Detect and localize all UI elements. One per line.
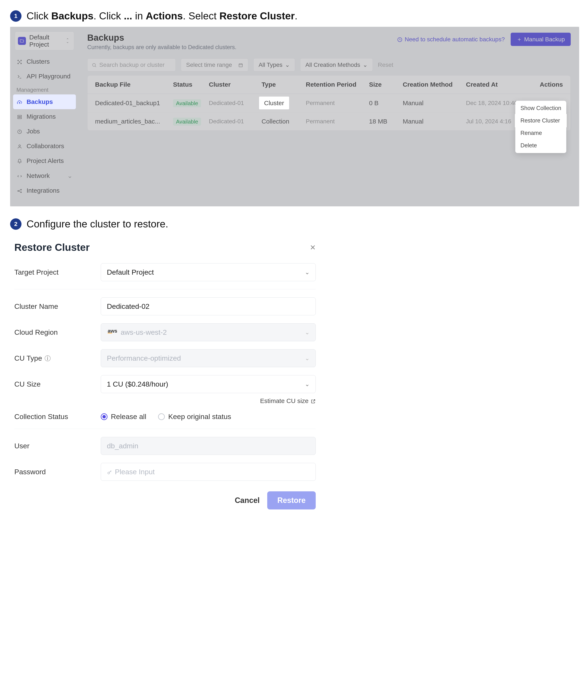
label-target-project: Target Project bbox=[14, 268, 94, 276]
folder-icon bbox=[18, 37, 26, 45]
dialog-title: Restore Cluster bbox=[14, 242, 90, 253]
chevron-down-icon: ⌄ bbox=[67, 172, 72, 179]
sidebar-item-api-playground[interactable]: API Playground bbox=[10, 69, 79, 84]
sidebar-item-jobs[interactable]: Jobs bbox=[10, 124, 79, 139]
label-collection-status: Collection Status bbox=[14, 412, 94, 421]
password-input[interactable]: Please Input bbox=[101, 463, 316, 481]
step-1-text: Click Backups. Click ... in Actions. Sel… bbox=[27, 10, 298, 22]
sidebar-item-backups[interactable]: Backups bbox=[13, 94, 76, 109]
divider bbox=[14, 429, 316, 429]
step-2-header: 2 Configure the cluster to restore. bbox=[10, 218, 578, 230]
clock-icon bbox=[16, 128, 23, 135]
backups-main: Need to schedule automatic backups? ＋ Ma… bbox=[79, 27, 579, 206]
sidebar-item-migrations[interactable]: Migrations bbox=[10, 109, 79, 124]
status-badge: Available bbox=[173, 99, 201, 107]
sidebar-item-project-alerts[interactable]: Project Alerts bbox=[10, 153, 79, 168]
user-icon bbox=[16, 142, 23, 150]
step-2-text: Configure the cluster to restore. bbox=[27, 218, 168, 230]
chevron-down-icon: ⌄ bbox=[305, 269, 310, 276]
schedule-backups-link[interactable]: Need to schedule automatic backups? bbox=[397, 36, 505, 43]
svg-point-4 bbox=[19, 62, 20, 62]
updown-icon: ⌃⌄ bbox=[66, 39, 71, 43]
table-row: medium_articles_bac... Available Dedicat… bbox=[87, 112, 571, 130]
menu-show-collection[interactable]: Show Collection bbox=[515, 102, 566, 114]
label-user: User bbox=[14, 442, 94, 450]
step-1-header: 1 Click Backups. Click ... in Actions. S… bbox=[10, 10, 578, 22]
chevron-down-icon: ⌄ bbox=[285, 61, 290, 68]
table-header: Backup File Status Cluster Type Retentio… bbox=[87, 75, 571, 94]
alert-icon bbox=[16, 157, 23, 164]
chevron-down-icon: ⌄ bbox=[363, 61, 368, 68]
target-project-select[interactable]: Default Project ⌄ bbox=[101, 263, 316, 281]
label-password: Password bbox=[14, 468, 94, 476]
sidebar-item-label: Integrations bbox=[27, 187, 60, 194]
svg-rect-7 bbox=[18, 115, 21, 117]
status-badge: Available bbox=[173, 118, 201, 126]
collection-status-radios: Release all Keep original status bbox=[101, 412, 231, 421]
backups-screenshot: Default Project ⌃⌄ Clusters API Playgrou… bbox=[10, 27, 579, 206]
chevron-down-icon: ⌄ bbox=[305, 355, 310, 362]
label-cloud-region: Cloud Region bbox=[14, 328, 94, 336]
restore-button[interactable]: Restore bbox=[267, 491, 316, 509]
reset-filters[interactable]: Reset bbox=[378, 62, 393, 68]
sidebar-item-collaborators[interactable]: Collaborators bbox=[10, 139, 79, 153]
svg-point-2 bbox=[18, 63, 19, 64]
chevron-down-icon: ⌄ bbox=[305, 329, 310, 336]
sidebar-item-network[interactable]: Network ⌄ bbox=[10, 168, 79, 183]
time-range-filter[interactable]: Select time range bbox=[181, 58, 248, 71]
menu-delete[interactable]: Delete bbox=[515, 139, 566, 152]
creation-methods-filter[interactable]: All Creation Methods ⌄ bbox=[300, 58, 373, 71]
sidebar-item-label: Clusters bbox=[27, 58, 50, 65]
sidebar-item-clusters[interactable]: Clusters bbox=[10, 54, 79, 69]
label-cu-size: CU Size bbox=[14, 380, 94, 388]
search-input[interactable]: Search backup or cluster bbox=[87, 58, 176, 71]
svg-point-12 bbox=[21, 189, 21, 190]
sidebar-item-label: Collaborators bbox=[27, 142, 64, 150]
cluster-name-input[interactable]: Dedicated-02 bbox=[101, 297, 316, 315]
types-filter[interactable]: All Types ⌄ bbox=[253, 58, 295, 71]
estimate-cu-size-link[interactable]: Estimate CU size bbox=[14, 397, 316, 404]
aws-icon: aws▔▔ bbox=[107, 329, 118, 336]
user-input: db_admin bbox=[101, 437, 316, 455]
manual-backup-button[interactable]: ＋ Manual Backup bbox=[511, 33, 571, 46]
svg-rect-8 bbox=[18, 117, 21, 119]
svg-point-13 bbox=[21, 192, 21, 193]
sidebar-item-integrations[interactable]: Integrations bbox=[10, 183, 79, 198]
key-icon bbox=[107, 468, 112, 476]
menu-rename[interactable]: Rename bbox=[515, 127, 566, 139]
svg-point-3 bbox=[21, 63, 21, 64]
table-row: Dedicated-01_backup1 Available Dedicated… bbox=[87, 94, 571, 112]
svg-line-16 bbox=[95, 66, 96, 67]
terminal-icon bbox=[16, 73, 23, 80]
cancel-button[interactable]: Cancel bbox=[235, 496, 260, 505]
type-cell-highlight: Cluster bbox=[259, 97, 289, 109]
project-switcher[interactable]: Default Project ⌃⌄ bbox=[15, 31, 74, 50]
cloud-region-select: aws▔▔ aws-us-west-2 ⌄ bbox=[101, 323, 316, 341]
step-1-badge: 1 bbox=[10, 10, 21, 22]
radio-release-all[interactable]: Release all bbox=[101, 412, 146, 421]
cu-size-select[interactable]: 1 CU ($0.248/hour) ⌄ bbox=[101, 375, 316, 393]
svg-point-10 bbox=[19, 145, 20, 146]
svg-rect-17 bbox=[239, 64, 243, 67]
sidebar-item-label: Jobs bbox=[27, 128, 40, 135]
calendar-icon bbox=[238, 62, 243, 68]
step-2-badge: 2 bbox=[10, 218, 21, 230]
svg-point-0 bbox=[18, 60, 19, 61]
sidebar-item-label: Migrations bbox=[27, 113, 56, 120]
svg-point-1 bbox=[21, 60, 21, 61]
label-cu-type: CU Type i bbox=[14, 354, 94, 362]
cloud-upload-icon bbox=[16, 98, 23, 105]
external-link-icon bbox=[311, 397, 316, 404]
sidebar-item-label: API Playground bbox=[27, 73, 70, 80]
radio-keep-original[interactable]: Keep original status bbox=[158, 412, 231, 421]
clock-icon bbox=[397, 36, 403, 43]
svg-point-11 bbox=[18, 191, 19, 191]
close-icon[interactable]: ✕ bbox=[310, 243, 316, 252]
sidebar-item-label: Network bbox=[27, 172, 50, 179]
radio-dot-icon bbox=[101, 413, 107, 420]
menu-restore-cluster[interactable]: Restore Cluster bbox=[515, 114, 566, 127]
migrate-icon bbox=[16, 113, 23, 120]
cu-type-select: Performance-optimized ⌄ bbox=[101, 349, 316, 367]
info-icon[interactable]: i bbox=[45, 355, 51, 361]
project-name: Default Project bbox=[29, 34, 63, 48]
